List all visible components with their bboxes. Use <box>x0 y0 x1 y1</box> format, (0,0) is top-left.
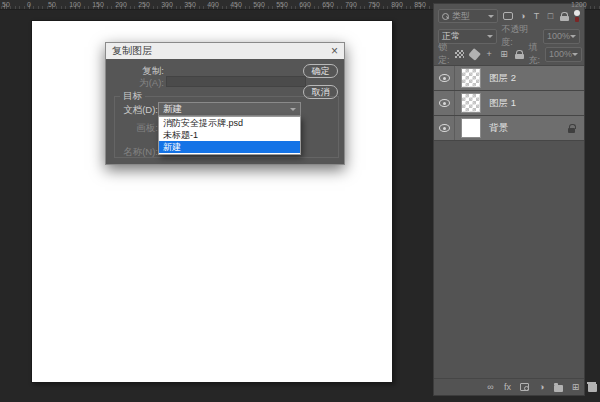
lock-icon-strip: +⊞ <box>455 50 524 59</box>
blend-row: 正常 不透明度: 100% <box>434 26 584 46</box>
fill-input[interactable]: 100% <box>545 47 582 62</box>
layer-filter-toggle[interactable] <box>574 10 580 22</box>
layer-thumbnail[interactable] <box>461 68 481 88</box>
ruler-label: 650 <box>322 0 334 9</box>
smart-object-filter-icon[interactable] <box>560 16 569 21</box>
close-icon[interactable]: × <box>331 46 338 56</box>
document-dropdown[interactable]: 新建 <box>158 102 301 116</box>
ruler-label: 700 <box>345 0 357 9</box>
search-icon <box>442 13 449 20</box>
artboard-label: 画板: <box>108 122 158 135</box>
lock-label: 锁定: <box>438 41 450 67</box>
layer-name: 图层 1 <box>489 97 516 110</box>
ruler-label: 250 <box>138 0 150 9</box>
cancel-button[interactable]: 取消 <box>303 85 338 99</box>
lock-all-icon[interactable] <box>515 54 524 59</box>
layer-thumbnail[interactable] <box>461 93 481 113</box>
lock-pixels-icon[interactable] <box>468 48 481 61</box>
document-option[interactable]: 未标题-1 <box>159 129 300 141</box>
document-option[interactable]: 新建 <box>159 141 300 153</box>
fill-value: 100% <box>549 49 572 59</box>
ruler-label: 0 <box>27 0 31 9</box>
dialog-title: 复制图层 <box>112 44 152 58</box>
shape-filter-icon[interactable]: □ <box>546 12 555 21</box>
lock-icon <box>568 128 575 133</box>
eye-icon <box>439 99 450 107</box>
new-group-icon[interactable] <box>554 385 563 392</box>
layer-name: 背景 <box>489 122 508 135</box>
lock-transparency-icon[interactable] <box>455 50 464 58</box>
ruler-label: 200 <box>115 0 127 9</box>
chevron-down-icon <box>572 53 578 59</box>
ruler-label: 150 <box>92 0 104 9</box>
chevron-down-icon <box>290 108 296 114</box>
document-option[interactable]: 消防安全提示牌.psd <box>159 117 300 129</box>
ruler-label: 800 <box>391 0 403 9</box>
type-filter-icon[interactable]: T <box>532 12 541 21</box>
as-label: 为(A): <box>114 77 164 90</box>
ok-button[interactable]: 确定 <box>303 64 338 78</box>
adjustment-layer-icon[interactable]: ◑ <box>537 383 546 392</box>
destination-group-label: 目标 <box>120 90 145 103</box>
filter-type-label: 类型 <box>452 10 485 23</box>
eye-icon <box>439 74 450 82</box>
ruler-label: 850 <box>414 0 426 9</box>
ruler-label: 400 <box>207 0 219 9</box>
as-name-input[interactable] <box>166 76 306 87</box>
lock-position-icon[interactable]: + <box>485 50 494 59</box>
layer-effects-icon[interactable]: fx <box>503 383 512 392</box>
chevron-down-icon <box>570 35 576 41</box>
visibility-toggle[interactable] <box>434 116 455 140</box>
opacity-value: 100% <box>547 31 570 41</box>
visibility-toggle[interactable] <box>434 91 455 115</box>
chevron-down-icon <box>488 15 494 21</box>
ruler-label: 750 <box>368 0 380 9</box>
layer-row[interactable]: 图层 2 <box>434 66 584 91</box>
ruler-label: 100 <box>69 0 81 9</box>
layers-panel-bottom-bar: ∞fx◑⊞ <box>434 378 584 395</box>
visibility-toggle[interactable] <box>434 66 455 90</box>
fill-label: 填充: <box>529 41 541 67</box>
pixel-filter-icon[interactable] <box>503 12 513 20</box>
adjustment-filter-icon[interactable]: ◑ <box>518 12 527 21</box>
document-dropdown-list: 消防安全提示牌.psd未标题-1新建 <box>158 116 301 155</box>
ruler-label: 550 <box>276 0 288 9</box>
layer-name: 图层 2 <box>489 72 516 85</box>
ruler-label: 350 <box>184 0 196 9</box>
dialog-title-bar[interactable]: 复制图层 × <box>106 43 344 59</box>
new-layer-icon[interactable]: ⊞ <box>571 383 580 392</box>
layer-thumbnail[interactable] <box>461 118 481 138</box>
delete-layer-icon[interactable] <box>588 384 597 392</box>
layers-list: 图层 2图层 1背景 <box>434 65 584 141</box>
ruler-label-1200: 1200 <box>571 0 587 9</box>
ruler-label: 300 <box>161 0 173 9</box>
ruler-label: 500 <box>253 0 265 9</box>
layer-mask-icon[interactable] <box>520 383 529 391</box>
link-layers-icon[interactable]: ∞ <box>486 383 495 392</box>
name-label: 名称(N): <box>108 146 158 159</box>
photoshop-workspace: 5005010015020025030035040045050055060065… <box>0 0 600 402</box>
eye-icon <box>439 124 450 132</box>
duplicate-layer-dialog: 复制图层 × 复制: 为(A): 目标 文档(D): 新建 画板: 名称(N):… <box>105 42 345 165</box>
layers-panel: 类型 ◑T□ 正常 不透明度: 100% 锁定: +⊞ 填充: 100% <box>433 3 585 396</box>
ruler-label: 50 <box>48 0 56 9</box>
ruler-label: 450 <box>230 0 242 9</box>
ruler-label: 50 <box>2 0 10 9</box>
layer-row[interactable]: 背景 <box>434 116 584 141</box>
document-label: 文档(D): <box>108 104 158 117</box>
filter-icon-strip: ◑T□ <box>503 12 569 21</box>
layer-filter-type-select[interactable]: 类型 <box>438 9 498 23</box>
ruler-label: 600 <box>299 0 311 9</box>
layer-row[interactable]: 图层 1 <box>434 91 584 116</box>
document-dropdown-value: 新建 <box>163 103 182 116</box>
chevron-down-icon <box>487 35 493 41</box>
lock-artboard-icon[interactable]: ⊞ <box>500 50 509 59</box>
opacity-input[interactable]: 100% <box>543 29 580 44</box>
